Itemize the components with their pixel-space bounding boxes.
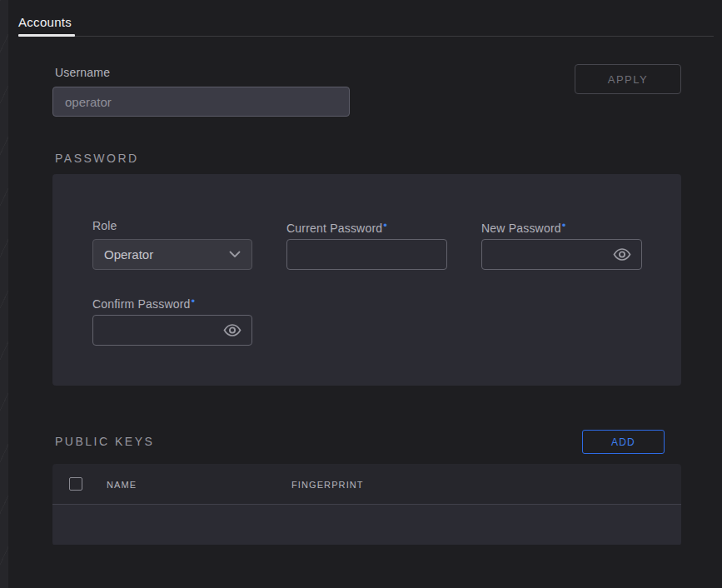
eye-icon	[223, 324, 241, 336]
role-label-text: Role	[92, 219, 117, 232]
select-all-checkbox[interactable]	[69, 477, 82, 491]
apply-button[interactable]: APPLY	[575, 64, 681, 94]
new-password-field-wrap	[481, 239, 642, 270]
add-public-key-button[interactable]: ADD	[582, 430, 665, 454]
column-header-name: NAME	[107, 480, 137, 490]
role-label: Role	[92, 219, 117, 232]
new-password-visibility-toggle[interactable]	[613, 240, 641, 269]
current-password-field-wrap	[286, 239, 447, 270]
accounts-settings-page: Accounts Username APPLY PASSWORD Role Cu…	[0, 0, 722, 588]
role-select[interactable]: Operator	[92, 239, 252, 270]
public-keys-table-header: NAME FINGERPRINT	[52, 464, 681, 505]
column-header-fingerprint: FINGERPRINT	[291, 480, 364, 490]
confirm-password-label: Confirm Password•	[92, 295, 195, 311]
password-section-heading: PASSWORD	[55, 152, 139, 165]
new-password-input[interactable]	[482, 240, 613, 269]
public-keys-table: NAME FINGERPRINT	[52, 464, 681, 546]
current-password-label: Current Password•	[286, 219, 387, 235]
eye-icon	[613, 248, 631, 261]
confirm-password-input[interactable]	[93, 316, 223, 345]
left-edge-strip	[0, 0, 8, 588]
chevron-down-icon	[229, 251, 241, 258]
username-input[interactable]	[52, 87, 350, 117]
confirm-password-label-text: Confirm Password	[92, 297, 191, 311]
current-password-input[interactable]	[287, 240, 446, 269]
public-keys-section-heading: PUBLIC KEYS	[55, 435, 154, 448]
public-keys-empty-row	[52, 505, 681, 545]
required-dot: •	[562, 219, 566, 232]
role-select-value: Operator	[104, 247, 153, 262]
current-password-label-text: Current Password	[286, 222, 382, 235]
required-dot: •	[192, 295, 196, 307]
username-label: Username	[55, 66, 110, 79]
confirm-password-visibility-toggle[interactable]	[223, 316, 251, 345]
active-tab-underline	[18, 34, 75, 37]
tab-accounts[interactable]: Accounts	[18, 15, 72, 29]
required-dot: •	[383, 219, 387, 232]
tab-bar-divider	[18, 36, 714, 37]
new-password-label-text: New Password	[481, 222, 561, 235]
password-panel: Role Current Password• New Password• Con…	[52, 174, 681, 386]
new-password-label: New Password•	[481, 219, 566, 235]
confirm-password-field-wrap	[92, 315, 252, 346]
